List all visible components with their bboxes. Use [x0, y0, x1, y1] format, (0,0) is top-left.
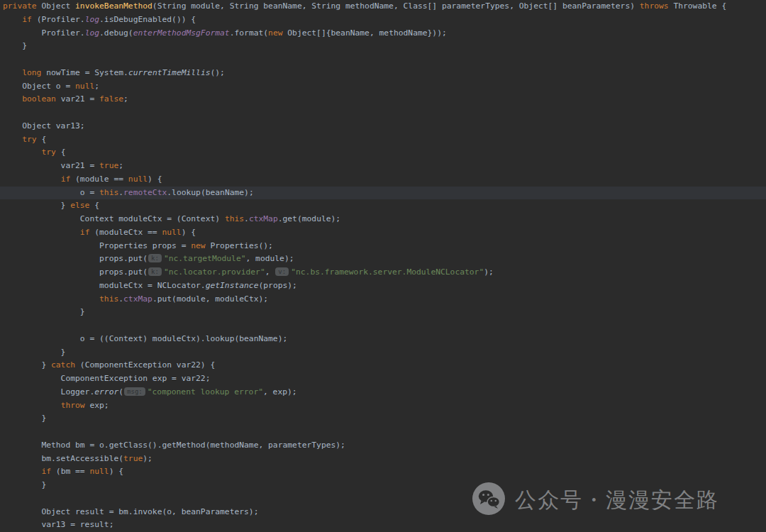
code-token: "component lookup error" — [148, 387, 263, 397]
code-token: (module == — [70, 174, 128, 184]
code-line[interactable]: Logger.error(msg:"component lookup error… — [0, 386, 766, 399]
code-token: (props); — [258, 281, 296, 290]
code-token — [3, 94, 22, 104]
code-line[interactable]: ComponentException exp = var22; — [0, 372, 766, 386]
code-token: long — [22, 68, 41, 77]
code-line[interactable]: bm.setAccessible(true); — [0, 453, 766, 466]
code-token: .lookup(beanName); — [167, 188, 253, 197]
code-line[interactable]: long nowTime = System.currentTimeMillis(… — [0, 67, 766, 80]
code-token: invokeBeanMethod — [75, 1, 152, 11]
code-token: props.put( — [3, 267, 148, 277]
code-token: Object o = — [3, 82, 75, 91]
code-token: private — [3, 1, 41, 11]
code-token: new — [191, 241, 205, 250]
code-editor[interactable]: private Object invokeBeanMethod(String m… — [0, 0, 766, 532]
code-line[interactable] — [0, 53, 766, 67]
code-token: } — [3, 348, 65, 357]
code-token: moduleCtx = NCLocator. — [3, 281, 206, 290]
code-token: Object result = bm.invoke(o, beanParamet… — [3, 507, 258, 516]
code-token: if — [22, 15, 32, 24]
code-line[interactable] — [0, 106, 766, 120]
code-line[interactable]: try { — [0, 146, 766, 160]
code-token: o = ((Context) moduleCtx).lookup(beanNam… — [3, 334, 287, 343]
code-line[interactable]: var13 = result; — [0, 519, 766, 532]
code-token: if — [61, 174, 71, 184]
code-line[interactable]: if (Profiler.log.isDebugEnabled()) { — [0, 13, 766, 27]
code-token: ComponentException exp = var22; — [3, 374, 210, 383]
code-line[interactable]: } — [0, 412, 766, 426]
code-token: .format( — [230, 28, 268, 38]
code-line[interactable] — [0, 492, 766, 506]
code-token: null — [75, 82, 94, 91]
active-code-line[interactable]: o = this.remoteCtx.lookup(beanName); — [0, 187, 766, 200]
code-token: (moduleCtx == — [89, 228, 162, 237]
code-token: ) { — [182, 228, 196, 237]
code-line[interactable]: } — [0, 346, 766, 360]
code-line[interactable]: Object o = null; — [0, 80, 766, 94]
code-token: null — [128, 174, 148, 184]
code-token: } — [3, 41, 27, 50]
code-line[interactable]: props.put(k:"nc.locator.provider", v:"nc… — [0, 266, 766, 279]
code-line[interactable]: } — [0, 40, 766, 53]
code-line[interactable]: throw exp; — [0, 399, 766, 413]
code-token: ) { — [109, 467, 123, 476]
inlay-hint: msg: — [124, 387, 145, 396]
code-token: throws — [640, 1, 669, 11]
code-token: getInstance — [206, 281, 259, 290]
code-token: this — [99, 188, 118, 197]
code-token: Properties props = — [3, 241, 191, 250]
code-line[interactable]: Context moduleCtx = (Context) this.ctxMa… — [0, 213, 766, 226]
code-token — [3, 401, 61, 410]
code-line[interactable]: props.put(k:"nc.targetModule", module); — [0, 253, 766, 266]
code-token: (Profiler. — [32, 15, 85, 24]
code-line[interactable]: Profiler.log.debug(enterMethodMsgFormat.… — [0, 27, 766, 40]
code-token: true — [123, 454, 143, 463]
code-line[interactable]: } else { — [0, 199, 766, 213]
code-token: error — [94, 387, 118, 397]
code-token — [3, 68, 22, 77]
code-token: ; — [118, 161, 123, 170]
code-token — [3, 15, 22, 24]
code-line[interactable]: if (module == null) { — [0, 173, 766, 187]
code-token: var21 = — [56, 94, 99, 104]
code-token: this — [225, 214, 244, 223]
code-line[interactable] — [0, 319, 766, 333]
code-line[interactable]: private Object invokeBeanMethod(String m… — [0, 0, 766, 13]
code-token: } — [3, 307, 85, 316]
code-line[interactable]: Method bm = o.getClass().getMethod(metho… — [0, 439, 766, 453]
code-line[interactable]: moduleCtx = NCLocator.getInstance(props)… — [0, 279, 766, 293]
code-line[interactable]: if (bm == null) { — [0, 465, 766, 479]
code-line[interactable]: var21 = true; — [0, 160, 766, 173]
code-token: } — [3, 201, 70, 210]
code-line[interactable]: Object var13; — [0, 120, 766, 133]
code-token — [3, 135, 22, 144]
code-token: var13 = result; — [3, 520, 113, 529]
code-token: this — [99, 294, 118, 304]
code-token: Profiler. — [3, 28, 85, 38]
code-line[interactable]: } — [0, 306, 766, 319]
code-token: props.put( — [3, 254, 148, 263]
code-line[interactable] — [0, 426, 766, 439]
code-line[interactable]: Properties props = new Properties(); — [0, 240, 766, 253]
code-token: (bm == — [51, 467, 89, 476]
code-line[interactable]: } catch (ComponentException var22) { — [0, 359, 766, 372]
code-token: Context moduleCtx = (Context) — [3, 214, 225, 223]
code-token: .get(module); — [278, 214, 340, 223]
code-token: nowTime = System. — [41, 68, 128, 77]
code-token: ; — [123, 94, 128, 104]
code-line[interactable]: Object result = bm.invoke(o, beanParamet… — [0, 506, 766, 519]
code-line[interactable]: o = ((Context) moduleCtx).lookup(beanNam… — [0, 333, 766, 346]
code-token: exp; — [85, 401, 109, 410]
code-token: , exp); — [263, 387, 297, 397]
code-line[interactable]: if (moduleCtx == null) { — [0, 226, 766, 240]
code-line[interactable]: boolean var21 = false; — [0, 93, 766, 106]
code-line[interactable]: try { — [0, 133, 766, 147]
code-token: remoteCtx — [123, 188, 167, 197]
code-token: { — [56, 148, 66, 157]
code-line[interactable]: } — [0, 479, 766, 492]
code-token: "nc.targetModule" — [164, 254, 246, 263]
code-token: try — [41, 148, 55, 157]
code-token: Logger. — [3, 387, 94, 397]
code-token — [3, 148, 41, 157]
code-line[interactable]: this.ctxMap.put(module, moduleCtx); — [0, 293, 766, 306]
